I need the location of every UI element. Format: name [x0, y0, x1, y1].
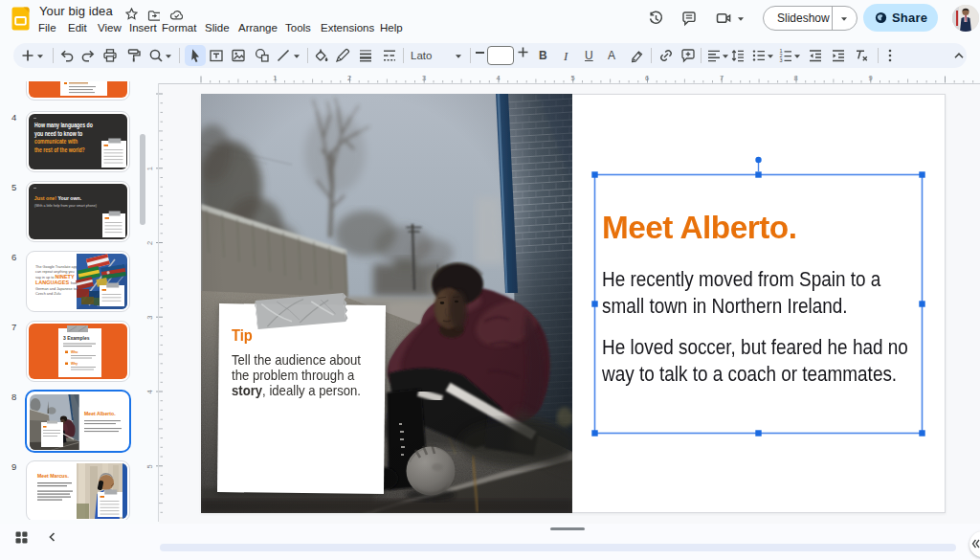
- svg-text:Why: Why: [71, 362, 78, 366]
- svg-text:1: 1: [273, 74, 277, 82]
- svg-text:Meet Marcus.: Meet Marcus.: [37, 473, 69, 479]
- svg-text:communicate with: communicate with: [34, 139, 78, 146]
- svg-text:The Google Translate app: The Google Translate app: [35, 265, 78, 269]
- svg-text:8: 8: [794, 74, 798, 82]
- svg-text:7: 7: [720, 74, 724, 82]
- svg-text:LANGUAGES from: LANGUAGES from: [35, 280, 78, 285]
- svg-text:3: 3: [780, 57, 783, 63]
- svg-text:3: 3: [422, 74, 426, 82]
- svg-text:3 Examples: 3 Examples: [63, 335, 90, 341]
- svg-text:say in up to NINETY: say in up to NINETY: [35, 274, 75, 280]
- svg-text:Just one! Your own.: Just one! Your own.: [34, 195, 82, 201]
- svg-text:German and Japanese to: German and Japanese to: [35, 287, 77, 291]
- svg-text:4: 4: [497, 74, 501, 82]
- svg-text:(With a little help from your: (With a little help from your smart phon…: [34, 204, 97, 208]
- svg-text:2: 2: [347, 74, 351, 82]
- svg-text:How many languages do: How many languages do: [34, 123, 93, 129]
- svg-text:the rest of the world?: the rest of the world?: [34, 146, 85, 153]
- svg-text:Czech and Zulu: Czech and Zulu: [35, 292, 61, 296]
- svg-text:you need to know to: you need to know to: [34, 130, 83, 137]
- svg-text:9: 9: [868, 74, 872, 82]
- svg-text:6: 6: [645, 74, 649, 82]
- svg-text:Who: Who: [71, 350, 78, 354]
- svg-text:Meet Alberto.: Meet Alberto.: [84, 411, 116, 416]
- svg-text:5: 5: [570, 74, 574, 82]
